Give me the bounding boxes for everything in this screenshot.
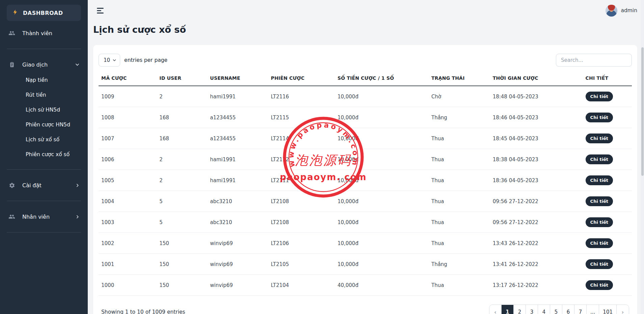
- table-card: 10 entries per page MÃ CƯỢC ID USER USER…: [93, 45, 637, 314]
- cell-user-id: 150: [157, 275, 207, 296]
- detail-button[interactable]: Chi tiết: [586, 134, 613, 143]
- cell-amount: 10,000đ: [335, 149, 429, 170]
- avatar: [606, 5, 617, 17]
- cell-bet-id: 1001: [99, 254, 157, 275]
- sidebar-nav: Thành viên Giao dịch Nạp tiềnRút tiềnLịc…: [0, 25, 88, 233]
- sidebar-subitem[interactable]: Rút tiền: [0, 88, 88, 102]
- chevron-right-icon: [75, 183, 80, 188]
- column-header-amount: SỐ TIỀN CƯỢC / 1 SỐ: [335, 71, 429, 86]
- cell-time: 13:17 26-12-2022: [490, 275, 583, 296]
- pagination-page-2[interactable]: 2: [514, 305, 526, 314]
- cell-username: abc3210: [207, 191, 268, 212]
- cell-user-id: 2: [157, 170, 207, 191]
- cell-bet-id: 1006: [99, 149, 157, 170]
- cell-bet-id: 1003: [99, 212, 157, 233]
- detail-button[interactable]: Chi tiết: [586, 92, 613, 101]
- detail-button[interactable]: Chi tiết: [586, 280, 613, 290]
- showing-entries-label: Showing 1 to 10 of 1009 entries: [101, 309, 185, 314]
- cell-session: LT2116: [268, 86, 335, 107]
- table-row: 10062hami1991LT211210,000đThua18:38 04-0…: [99, 149, 632, 170]
- sidebar-divider: [7, 201, 81, 201]
- sidebar-subitem[interactable]: Lịch sử HN5d: [0, 102, 88, 117]
- cell-time: 18:38 04-05-2023: [490, 149, 583, 170]
- table-row: 10052hami1991LT211110,000đThua18:36 04-0…: [99, 170, 632, 191]
- cell-detail: Chi tiết: [583, 191, 632, 212]
- cell-amount: 10,000đ: [335, 128, 429, 149]
- sidebar-divider: [7, 169, 81, 170]
- pagination-page-1[interactable]: 1: [502, 305, 514, 314]
- cell-time: 18:45 04-05-2023: [490, 128, 583, 149]
- cell-time: 09:56 27-12-2022: [490, 212, 583, 233]
- column-header-bet-id: MÃ CƯỢC: [99, 71, 157, 86]
- users-icon: [8, 213, 16, 220]
- cell-status: Thua: [429, 149, 490, 170]
- cell-session: LT2112: [268, 149, 335, 170]
- cell-amount: 40,000đ: [335, 275, 429, 296]
- cell-bet-id: 1008: [99, 107, 157, 128]
- cell-bet-id: 1005: [99, 170, 157, 191]
- main-content: admin Lịch sử cược xổ số 10 entries per …: [88, 0, 644, 314]
- pagination-page-3[interactable]: 3: [526, 305, 538, 314]
- cell-bet-id: 1004: [99, 191, 157, 212]
- cell-session: LT2108: [268, 212, 335, 233]
- table-row: 1007168a1234455LT211410,000đThua18:45 04…: [99, 128, 632, 149]
- topbar: admin: [93, 0, 637, 16]
- detail-button[interactable]: Chi tiết: [586, 196, 613, 206]
- sidebar-item-members[interactable]: Thành viên: [0, 25, 88, 41]
- column-header-detail: CHI TIẾT: [583, 71, 632, 86]
- pagination-page-6[interactable]: 6: [562, 305, 574, 314]
- cell-username: hami1991: [207, 170, 268, 191]
- detail-button[interactable]: Chi tiết: [586, 217, 613, 227]
- sidebar-item-settings[interactable]: Cài đặt: [0, 177, 88, 193]
- column-header-username: USERNAME: [207, 71, 268, 86]
- menu-toggle-button[interactable]: [96, 6, 105, 15]
- cell-username: hami1991: [207, 86, 268, 107]
- cell-time: 13:43 26-12-2022: [490, 233, 583, 254]
- table-row: 1000150winvip69LT210440,000đThua13:17 26…: [99, 275, 632, 296]
- pagination-page-101[interactable]: 101: [599, 305, 617, 314]
- scrollbar-track[interactable]: [641, 0, 644, 314]
- cell-status: Thua: [429, 128, 490, 149]
- cell-amount: 10,000đ: [335, 254, 429, 275]
- cell-username: a1234455: [207, 128, 268, 149]
- detail-button[interactable]: Chi tiết: [586, 113, 613, 122]
- sidebar-item-staff[interactable]: Nhân viên: [0, 209, 88, 225]
- pagination-prev[interactable]: ‹: [489, 305, 502, 314]
- table-body: 10092hami1991LT211610,000đChờ18:48 04-05…: [99, 86, 632, 296]
- pagination-page-7[interactable]: 7: [574, 305, 587, 314]
- pagination-page-5[interactable]: 5: [550, 305, 562, 314]
- cell-time: 13:41 26-12-2022: [490, 254, 583, 275]
- sidebar-subitem[interactable]: Lịch sử xổ số: [0, 132, 88, 147]
- cell-bet-id: 1002: [99, 233, 157, 254]
- search-input[interactable]: [556, 54, 632, 67]
- clipboard-icon: [8, 61, 16, 68]
- cell-user-id: 5: [157, 191, 207, 212]
- sidebar-subitem[interactable]: Nạp tiền: [0, 73, 88, 88]
- scrollbar-thumb[interactable]: [641, 47, 644, 176]
- cell-amount: 10,000đ: [335, 191, 429, 212]
- detail-button[interactable]: Chi tiết: [586, 259, 613, 269]
- cell-status: Thua: [429, 191, 490, 212]
- cell-detail: Chi tiết: [583, 107, 632, 128]
- table-header-row: MÃ CƯỢC ID USER USERNAME PHIÊN CƯỢC SỐ T…: [99, 71, 632, 86]
- page-title: Lịch sử cược xổ số: [93, 24, 637, 35]
- cell-status: Chờ: [429, 86, 490, 107]
- cell-detail: Chi tiết: [583, 254, 632, 275]
- cell-username: a1234455: [207, 107, 268, 128]
- cell-bet-id: 1009: [99, 86, 157, 107]
- user-menu[interactable]: admin: [606, 5, 637, 17]
- detail-button[interactable]: Chi tiết: [586, 154, 613, 164]
- sidebar: DASHBROAD Thành viên Giao dịch: [0, 0, 88, 314]
- detail-button[interactable]: Chi tiết: [586, 238, 613, 248]
- sidebar-subitem[interactable]: Phiên cược xổ số: [0, 147, 88, 162]
- pagination-page-4[interactable]: 4: [538, 305, 550, 314]
- pagination-next[interactable]: ›: [617, 305, 629, 314]
- page-size-select[interactable]: 10: [99, 54, 120, 67]
- table-row: 1002150winvip69LT210610,000đThua13:43 26…: [99, 233, 632, 254]
- sidebar-item-transactions[interactable]: Giao dịch: [0, 56, 88, 73]
- sidebar-subitem[interactable]: Phiên cược HN5d: [0, 117, 88, 132]
- sidebar-brand[interactable]: DASHBROAD: [7, 5, 81, 21]
- detail-button[interactable]: Chi tiết: [586, 175, 613, 185]
- table-footer: Showing 1 to 10 of 1009 entries ‹1234567…: [99, 305, 632, 314]
- column-header-user-id: ID USER: [157, 71, 207, 86]
